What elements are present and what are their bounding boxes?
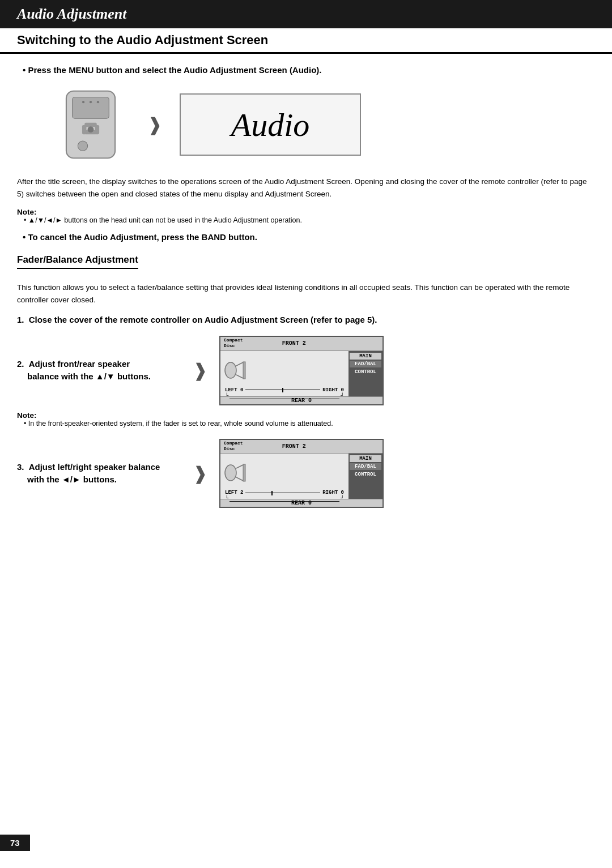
screen-diagram-2: CompactDisc FRONT 2 [219,439,384,508]
note-label-1: Note: [17,208,595,216]
screen1-right-menu: MAIN FAD/BAL CONTROL [348,351,382,396]
step2-line1: Adjust front/rear speaker [29,359,130,369]
step2-note-block: Note: In the front-speaker-oriented syst… [17,411,595,427]
speaker-icon-1 [224,356,251,385]
screen1-left-col: LEFT 0 RIGHT 0 └ [220,351,348,396]
step2-text-block: 2. Adjust front/rear speaker balance wit… [17,358,181,383]
screen2-left-col: LEFT 2 RIGHT 0 └ ┘ [220,454,348,499]
screen1-front-label: FRONT 2 [282,340,306,347]
audio-screen-display: Audio [180,93,361,156]
svg-rect-18 [243,464,245,481]
step2-number: 2. [17,359,24,369]
step2-number-text: 2. Adjust front/rear speaker balance wit… [17,358,181,383]
step2-note-text: In the front-speaker-oriented system, if… [17,420,595,427]
section1-heading: Switching to the Audio Adjustment Screen [17,33,595,48]
step3-line1: Adjust left/right speaker balance [29,462,160,472]
screen2-right-menu: MAIN FAD/BAL CONTROL [348,454,382,499]
step3-number-text: 3. Adjust left/right speaker balance wit… [17,461,181,486]
audio-label-display: Audio [231,106,310,144]
step1-block: 1. Close the cover of the remote control… [17,314,595,327]
screen2-menu-ctrl: CONTROL [350,471,381,478]
screen1-brackets: └ ┘ [224,393,345,399]
header-bar: Audio Adjustment [0,0,612,28]
body-text-2: This function allows you to select a fad… [17,281,595,306]
screen2-lr-slider [243,490,322,495]
step2-row: 2. Adjust front/rear speaker balance wit… [17,336,595,405]
remote-controller-illustration [51,85,130,164]
step3-line2: with the ◄/► buttons. [27,474,117,484]
screen2-main-area: LEFT 2 RIGHT 0 └ ┘ [220,454,382,499]
content-area: Press the MENU button and select the Aud… [0,65,612,508]
screen1-top-bar: CompactDisc FRONT 2 [220,337,382,351]
screen1-compact-disc: CompactDisc [224,338,243,349]
step1-number-text: 1. Close the cover of the remote control… [17,314,595,327]
screen2-top-bar: CompactDisc FRONT 2 [220,440,382,454]
bullet2-text: To cancel the Audio Adjustment, press th… [17,232,595,242]
svg-point-15 [225,465,236,481]
note-block-1: Note: ▲/▼/◄/► buttons on the head unit c… [17,208,595,224]
svg-line-12 [236,362,243,366]
svg-rect-2 [84,123,97,127]
note-text-1: ▲/▼/◄/► buttons on the head unit can not… [17,216,595,224]
svg-point-11 [225,362,236,378]
section1-heading-block: Switching to the Audio Adjustment Screen [0,28,612,54]
arrow-chevron: ❱ [147,114,163,135]
screen2-menu-main: MAIN [350,455,381,462]
screen2-front-label: FRONT 2 [282,443,306,450]
screen1-right-label: RIGHT 0 [322,387,344,393]
speaker-icon-2 [224,458,251,488]
screen1-lr-notch [282,388,283,392]
svg-point-7 [78,141,87,151]
step1-number: 1. [17,315,24,324]
page-footer: 73 [0,835,30,851]
svg-point-9 [90,101,92,103]
step1-description: Close the cover of the remote controller… [29,315,377,324]
step1-text: 1. Close the cover of the remote control… [17,314,595,327]
page-number: 73 [10,838,20,848]
screen1-lr-slider [243,387,322,393]
step3-row: 3. Adjust left/right speaker balance wit… [17,439,595,508]
screen2-speaker-area [224,456,345,490]
step2-arrow: ❱ [193,360,208,381]
screen2-lr-row: LEFT 2 RIGHT 0 [224,490,345,495]
menu-illustration-row: ❱ Audio [17,85,595,164]
screen1-menu-ctrl: CONTROL [350,369,381,375]
step3-text-block: 3. Adjust left/right speaker balance wit… [17,461,181,486]
step2-line2: balance with the ▲/▼ buttons. [27,371,151,381]
body-text-1: After the title screen, the display swit… [17,176,595,200]
screen2-lr-notch [271,491,273,495]
screen2-compact-disc: CompactDisc [224,441,243,452]
screen1-main-area: LEFT 0 RIGHT 0 └ [220,351,382,396]
subsection-heading-block: Fader/Balance Adjustment [17,254,595,275]
screen1-left-label: LEFT 0 [225,387,243,393]
svg-line-17 [236,477,243,481]
svg-rect-1 [73,97,109,119]
svg-point-8 [82,101,84,103]
svg-point-10 [97,101,99,103]
screen2-right-label: RIGHT 0 [322,490,344,495]
screen2-brackets: └ ┘ [224,495,345,502]
step3-number: 3. [17,462,24,472]
step2-note-label: Note: [17,411,595,420]
screen-diagram-1: CompactDisc FRONT 2 [219,336,384,405]
bullet1-text: Press the MENU button and select the Aud… [17,65,595,75]
svg-point-6 [88,126,94,132]
svg-line-16 [236,465,243,468]
screen1-menu-fad: FAD/BAL [350,361,381,367]
svg-rect-4 [82,125,87,134]
screen1-menu-main: MAIN [350,353,381,360]
screen1-lr-row: LEFT 0 RIGHT 0 [224,387,345,393]
svg-rect-14 [243,362,245,379]
svg-rect-5 [95,125,100,134]
screen2-menu-fad: FAD/BAL [350,463,381,470]
subsection-heading: Fader/Balance Adjustment [17,254,138,269]
page-title: Audio Adjustment [17,6,126,22]
svg-line-13 [236,375,243,378]
screen2-left-label: LEFT 2 [225,490,243,495]
screen1-speaker-area [224,353,345,387]
step3-arrow: ❱ [193,463,208,484]
page-container: Audio Adjustment Switching to the Audio … [0,0,612,868]
